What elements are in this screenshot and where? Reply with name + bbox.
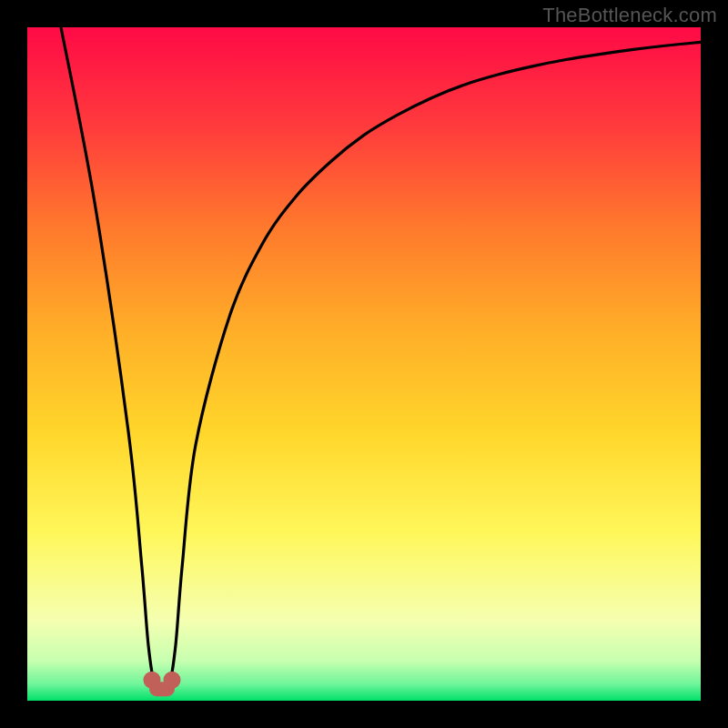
chart-frame: TheBottleneck.com (0, 0, 728, 728)
curve-layer (27, 27, 701, 701)
svg-point-2 (144, 672, 161, 689)
curve-line (61, 27, 701, 690)
svg-point-3 (164, 672, 181, 689)
plot-area (27, 27, 701, 701)
valley-marker (144, 672, 181, 697)
watermark-text: TheBottleneck.com (542, 4, 717, 27)
